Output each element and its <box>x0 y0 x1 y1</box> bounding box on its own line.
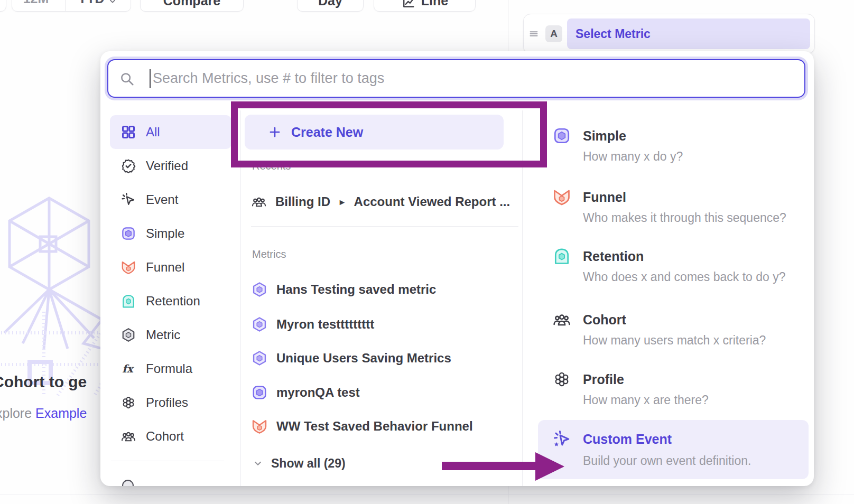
simple-icon <box>120 226 136 241</box>
metric-list-item[interactable]: Hans Testing saved metric <box>251 279 436 300</box>
empty-state-headline: Cohort to ge <box>0 373 87 391</box>
explore-prefix: xplore <box>0 406 32 421</box>
metric-list-item[interactable]: myronQA test <box>251 382 360 403</box>
sidebar-item-partial[interactable] <box>110 469 231 486</box>
select-metric-field[interactable]: Select Metric <box>567 18 810 49</box>
type-option-profile[interactable]: Profile How many x are there? <box>552 370 801 407</box>
metric-list-item[interactable]: Myron testtttttttt <box>251 314 374 335</box>
line-chart-type-button[interactable]: Line <box>374 0 476 12</box>
type-option-custom-event[interactable]: Custom Event Build your own event defini… <box>538 420 809 479</box>
column-divider <box>522 110 523 486</box>
range-ytd-button[interactable]: YTD <box>65 0 131 11</box>
date-range-segment: 12M YTD <box>12 0 131 12</box>
saved-metric-icon <box>251 350 268 367</box>
metric-slot-card: A Select Metric <box>523 14 815 54</box>
cohort-icon <box>251 194 267 210</box>
metric-list-item[interactable]: Unique Users Saving Metrics <box>251 348 451 369</box>
search-input[interactable]: Search Metrics, use # to filter to tags <box>107 59 805 98</box>
day-button[interactable]: Day <box>297 0 364 12</box>
custom-event-content: Custom Event Build your own event defini… <box>552 430 801 468</box>
retention-icon <box>120 293 136 309</box>
type-option-funnel[interactable]: Funnel Who makes it through this sequenc… <box>552 188 801 225</box>
saved-metric-icon <box>251 316 268 333</box>
empty-state-illustration <box>0 174 102 407</box>
funnel-icon <box>251 418 268 435</box>
type-option-retention[interactable]: Retention Who does x and comes back to d… <box>552 247 801 284</box>
sidebar-item-retention[interactable]: Retention <box>110 284 231 318</box>
line-chart-icon <box>401 0 416 10</box>
chevron-down-icon <box>252 458 264 469</box>
grid-icon <box>120 124 136 140</box>
recents-section-title: Recents <box>252 160 291 172</box>
funnel-icon <box>552 188 571 207</box>
metric-letter-badge: A <box>545 25 562 42</box>
saved-metric-icon <box>251 281 268 298</box>
simple-icon <box>251 384 268 401</box>
range-12m-button[interactable]: 12M <box>12 0 60 11</box>
cohort-icon <box>120 428 136 444</box>
sidebar-item-verified[interactable]: Verified <box>110 149 231 183</box>
sidebar-item-event[interactable]: Event <box>110 183 231 217</box>
drag-handle-icon[interactable] <box>527 27 541 41</box>
text-cursor <box>150 69 151 88</box>
metric-list-item[interactable]: WW Test Saved Behavior Funnel <box>251 416 473 437</box>
metric-picker-modal: Search Metrics, use # to filter to tags … <box>100 51 814 486</box>
sidebar-item-profiles[interactable]: Profiles <box>110 386 231 419</box>
plus-icon <box>268 125 282 139</box>
breadcrumb-arrow: ▸ <box>340 197 345 208</box>
explore-row: xplore Example <box>0 406 87 421</box>
sidebar-item-all[interactable]: All <box>110 115 231 149</box>
type-filter-sidebar: All Verified Event Simple Funnel Retenti… <box>110 115 231 486</box>
type-option-cohort[interactable]: Cohort How many users match x criteria? <box>552 310 801 348</box>
type-option-simple[interactable]: Simple How many x do y? <box>552 126 801 164</box>
verified-icon <box>120 158 136 174</box>
page-bottom-hairline <box>0 494 854 495</box>
toolbar-button-fragment[interactable] <box>0 0 6 12</box>
sidebar-section-divider <box>111 461 224 461</box>
metrics-section-title: Metrics <box>252 248 286 260</box>
compare-button[interactable]: Compare <box>140 0 244 12</box>
metric-icon <box>120 327 136 343</box>
example-link[interactable]: Example <box>35 406 87 421</box>
search-icon <box>119 71 135 87</box>
show-all-button[interactable]: Show all (29) <box>252 454 346 473</box>
create-new-button[interactable]: Create New <box>245 115 504 150</box>
sidebar-divider <box>240 110 241 486</box>
funnel-icon <box>120 259 136 275</box>
circle-icon <box>120 478 135 486</box>
sidebar-item-simple[interactable]: Simple <box>110 217 231 250</box>
search-placeholder: Search Metrics, use # to filter to tags <box>153 70 384 87</box>
retention-icon <box>552 247 571 266</box>
sidebar-item-funnel[interactable]: Funnel <box>110 250 231 284</box>
app-window: Cohort to ge xplore Example 12M YTD Comp… <box>0 0 854 504</box>
event-icon <box>120 192 136 208</box>
simple-icon <box>552 126 571 145</box>
recents-divider <box>251 226 518 227</box>
profiles-icon <box>552 370 571 389</box>
sidebar-item-formula[interactable]: Formula <box>110 352 231 386</box>
caret-down-icon <box>107 0 118 6</box>
profiles-icon <box>120 395 136 410</box>
sidebar-item-metric[interactable]: Metric <box>110 318 231 352</box>
formula-icon <box>120 361 136 377</box>
cohort-icon <box>552 310 571 329</box>
sidebar-item-cohort[interactable]: Cohort <box>110 419 231 453</box>
custom-event-icon <box>552 430 571 449</box>
recent-item[interactable]: Billing ID ▸ Account Viewed Report ... <box>251 191 510 212</box>
